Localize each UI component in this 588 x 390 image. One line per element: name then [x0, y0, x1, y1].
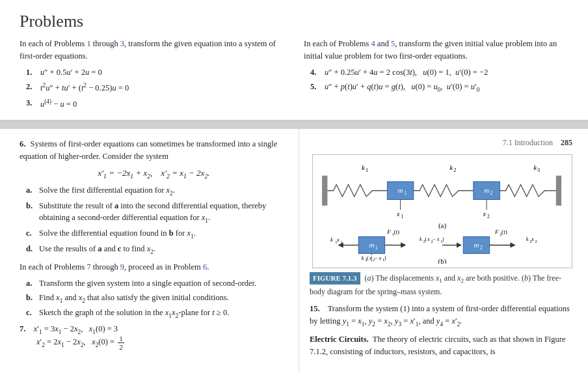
problems-intro: In each of Problems 1 through 3, transfo… [20, 38, 568, 113]
svg-text:m: m [398, 187, 403, 195]
problem-num-5: 5. [310, 81, 321, 93]
page-num: 285 [561, 138, 572, 147]
svg-text:F: F [386, 229, 391, 235]
problem-num-3: 3. [26, 97, 36, 109]
cont-sub-label-a: a. [26, 277, 35, 290]
continuation-text: In each of Problems 7 through 9, proceed… [20, 261, 288, 273]
svg-text:(: ( [367, 255, 369, 261]
separator-bar [0, 121, 588, 129]
cont-sub-text-c: Sketch the graph of the solution in the … [39, 307, 229, 320]
link-5[interactable]: 5 [391, 39, 395, 48]
problem-1-text: u″ + 0.5u′ + 2u = 0 [40, 66, 102, 79]
svg-text:3: 3 [537, 167, 540, 173]
list-item: 5. u″ + p(t)u′ + q(t)u = g(t), u(0) = u0… [310, 81, 568, 94]
list-item: 2. t2u″ + tu′ + (t2 − 0.25)u = 0 [26, 81, 284, 94]
sub-item-b: b. Substitute the result of a into the s… [26, 200, 288, 225]
svg-text:−: − [375, 255, 378, 261]
problems-left: In each of Problems 1 through 3, transfo… [20, 38, 284, 113]
page-number-line: 7.1 Introduction 285 [310, 138, 575, 148]
problem-list-right: 4. u″ + 0.25u′ + 4u = 2 cos(3t), u(0) = … [310, 66, 568, 94]
cont-sub-b: b. Find x1 and x2 that also satisfy the … [26, 292, 288, 305]
section-label: 7.1 Introduction [503, 138, 553, 147]
svg-text:x: x [483, 210, 487, 217]
svg-text:2: 2 [480, 245, 483, 251]
svg-text:−: − [433, 236, 436, 242]
link-3[interactable]: 3 [120, 39, 124, 48]
problem-4-text: u″ + 0.25u′ + 4u = 2 cos(3t), u(0) = 1, … [325, 66, 488, 79]
right-intro-text: In each of Problems 4 and 5, transform t… [304, 38, 568, 63]
list-item: 3. u(4) − u = 0 [26, 97, 284, 111]
svg-text:x: x [531, 236, 534, 242]
problems-right: In each of Problems 4 and 5, transform t… [304, 38, 568, 113]
sub-item-c: c. Solve the differential equation found… [26, 227, 288, 241]
electric-circuits-text: Electric Circuits. The theory of electri… [310, 333, 575, 358]
list-item: 4. u″ + 0.25u′ + 4u = 2 cos(3t), u(0) = … [310, 66, 568, 79]
svg-text:): ) [442, 236, 444, 242]
figure-container: k 1 k 2 k 3 [310, 154, 575, 358]
svg-text:m: m [484, 187, 489, 195]
svg-text:2: 2 [453, 167, 456, 173]
svg-text:1: 1 [366, 167, 368, 173]
svg-text:x: x [378, 255, 381, 261]
sub-text-c: Solve the differential equation found in… [39, 227, 196, 241]
sub-text-b: Substitute the result of a into the seco… [39, 200, 288, 225]
problem-7-eq2: x′2 = 2x1 − 2x2, x2(0) = 12 [36, 335, 288, 351]
svg-text:m: m [369, 241, 374, 249]
sub-problems-6: a. Solve the first differential equation… [26, 184, 288, 256]
problem-2-text: t2u″ + tu′ + (t2 − 0.25)u = 0 [40, 81, 129, 94]
svg-text:(: ( [425, 236, 427, 242]
problem-list-left: 1. u″ + 0.5u′ + 2u = 0 2. t2u″ + tu′ + (… [26, 66, 284, 111]
svg-text:k: k [330, 237, 333, 243]
cont-sub-a: a. Transform the given system into a sin… [26, 277, 288, 290]
link-9[interactable]: 9 [120, 262, 124, 272]
svg-text:2: 2 [487, 214, 490, 219]
problem-6-equations: x′1 = −2x1 + x2, x′2 = x1 − 2x2. [20, 168, 288, 180]
problem-num-4: 4. [310, 66, 321, 79]
figure-caption: FIGURE 7.1.3 (a) The displacements x1 an… [310, 272, 575, 298]
svg-text:(t): (t) [501, 229, 507, 235]
sub-item-d: d. Use the results of a and c to find x2… [26, 243, 288, 257]
page-title: Problems [20, 12, 568, 31]
spring-mass-figure: k 1 k 2 k 3 [312, 154, 572, 268]
svg-text:x: x [427, 236, 430, 242]
svg-text:k: k [362, 255, 364, 261]
link-1[interactable]: 1 [87, 39, 90, 48]
problem-15-num: 15. [310, 304, 320, 313]
svg-text:1: 1 [404, 190, 407, 196]
continuation-sub-problems: a. Transform the given system into a sin… [26, 277, 288, 320]
sub-label-d: d. [26, 243, 35, 255]
cont-sub-text-a: Transform the given system into a single… [39, 277, 256, 290]
problem-3-text: u(4) − u = 0 [40, 97, 77, 111]
svg-text:x: x [396, 210, 400, 217]
list-item: 1. u″ + 0.5u′ + 2u = 0 [26, 66, 284, 79]
link-6[interactable]: 6 [203, 262, 207, 272]
figure-label-box: FIGURE 7.1.3 [310, 272, 360, 285]
problem-7-item: 7. x′1 = 3x1 − 2x2, x1(0) = 3 x′2 = 2x1 … [20, 324, 288, 352]
sub-item-a: a. Solve the first differential equation… [26, 184, 288, 198]
svg-text:1: 1 [375, 245, 378, 251]
svg-text:): ) [384, 255, 386, 261]
svg-text:m: m [474, 241, 479, 249]
cont-sub-c: c. Sketch the graph of the solution in t… [26, 307, 288, 320]
problem-6-num: 6. [20, 139, 25, 148]
page-container: Problems In each of Problems 1 through 3… [0, 0, 588, 390]
link-7[interactable]: 7 [87, 262, 90, 272]
cont-sub-label-b: b. [26, 292, 35, 304]
problem-15-text: 15. Transform the system (1) into a syst… [310, 303, 575, 328]
svg-text:(b): (b) [438, 257, 447, 266]
bottom-section: 6. Systems of first-order equations can … [0, 129, 588, 374]
sub-text-a: Solve the first differential equation fo… [39, 184, 175, 198]
link-4[interactable]: 4 [371, 39, 375, 48]
svg-text:x: x [336, 237, 340, 243]
right-column: 7.1 Introduction 285 k 1 k 2 k 3 [299, 129, 588, 374]
svg-text:1: 1 [401, 214, 404, 219]
cont-sub-text-b: Find x1 and x2 that also satisfy the giv… [39, 292, 229, 305]
sub-label-c: c. [26, 227, 35, 240]
svg-text:2: 2 [535, 239, 537, 244]
svg-text:2: 2 [490, 190, 492, 196]
problem-6-header: 6. Systems of first-order equations can … [20, 138, 288, 163]
svg-text:(t): (t) [394, 229, 399, 235]
svg-text:1: 1 [341, 240, 343, 244]
svg-text:x: x [436, 236, 440, 242]
problem-7-eq1: x′1 = 3x1 − 2x2, x1(0) = 3 [32, 324, 118, 333]
